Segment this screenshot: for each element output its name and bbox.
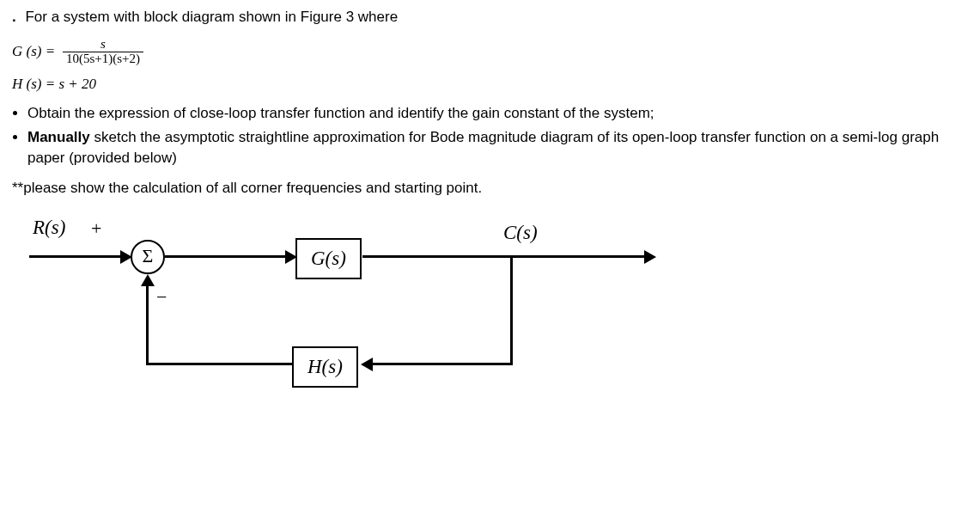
intro-text: For a system with block diagram shown in… xyxy=(25,9,398,25)
task-item-2-bold: Manually xyxy=(27,129,90,145)
line-g-out xyxy=(362,255,646,258)
line-feedback-right xyxy=(371,363,513,365)
line-feedback-left xyxy=(146,363,294,365)
block-diagram: R(s) + Σ − G(s) C(s) H(s) xyxy=(29,214,682,403)
g-numerator: s xyxy=(63,38,143,52)
intro-bullet: . xyxy=(12,9,16,25)
g-denominator: 10(5s+1)(s+2) xyxy=(63,52,143,66)
task-item-1: Obtain the expression of close-loop tran… xyxy=(27,103,968,124)
line-pickoff-down xyxy=(510,255,513,365)
task-list: Obtain the expression of close-loop tran… xyxy=(27,103,968,168)
minus-sign: − xyxy=(156,284,167,311)
line-sum-g xyxy=(165,255,287,258)
plus-sign: + xyxy=(91,216,101,242)
intro-line: . For a system with block diagram shown … xyxy=(12,7,968,28)
arrow-into-h xyxy=(361,358,373,371)
arrow-feedback-up xyxy=(141,274,155,286)
g-lhs: G (s) = xyxy=(12,43,55,59)
equation-h: H (s) = s + 20 xyxy=(12,74,968,95)
g-block: G(s) xyxy=(295,238,362,279)
g-fraction: s 10(5s+1)(s+2) xyxy=(63,38,143,66)
h-block: H(s) xyxy=(292,346,358,388)
summing-junction: Σ xyxy=(131,240,165,274)
line-feedback-up xyxy=(146,284,149,365)
task-item-2: Manually sketch the asymptotic straightl… xyxy=(27,127,968,168)
h-equation: H (s) = s + 20 xyxy=(12,76,96,92)
note-line: **please show the calculation of all cor… xyxy=(12,178,968,199)
arrow-out xyxy=(644,250,656,264)
line-in xyxy=(29,255,122,258)
equation-g: G (s) = s 10(5s+1)(s+2) xyxy=(12,38,968,66)
task-item-2-rest: sketch the asymptotic straightline appro… xyxy=(27,129,939,166)
r-label: R(s) xyxy=(33,214,65,242)
c-label: C(s) xyxy=(503,219,538,247)
